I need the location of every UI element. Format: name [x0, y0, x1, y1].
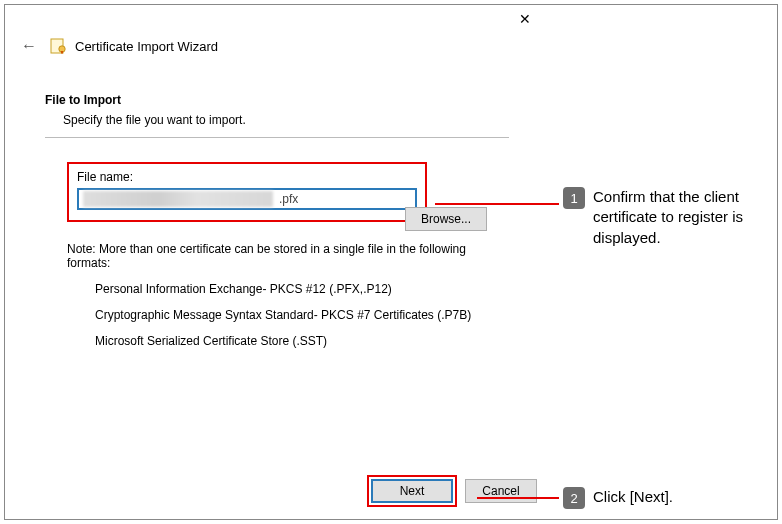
cancel-button[interactable]: Cancel: [465, 479, 537, 503]
titlebar: ✕: [5, 5, 549, 31]
button-bar: Next Cancel: [367, 475, 537, 507]
annotation-text: Confirm that the client certificate to r…: [593, 187, 773, 248]
annotation-badge: 1: [563, 187, 585, 209]
annotation-badge: 2: [563, 487, 585, 509]
close-button[interactable]: ✕: [507, 9, 543, 29]
callout-connector-line: [477, 497, 559, 499]
file-name-label: File name:: [77, 170, 417, 184]
divider: [45, 137, 509, 138]
section-heading: File to Import: [45, 93, 509, 107]
annotation-2: 2 Click [Next].: [563, 487, 773, 509]
wizard-title: Certificate Import Wizard: [75, 39, 218, 54]
close-icon: ✕: [519, 11, 531, 27]
note-item: Personal Information Exchange- PKCS #12 …: [95, 282, 509, 296]
back-arrow-icon[interactable]: ←: [17, 35, 41, 57]
callout-connector-line: [435, 203, 559, 205]
file-name-input[interactable]: [77, 188, 417, 210]
certificate-icon: [49, 37, 67, 55]
annotation-text: Click [Next].: [593, 487, 673, 507]
wizard-header: ← Certificate Import Wizard: [5, 31, 549, 67]
file-name-highlight-box: File name:: [67, 162, 427, 222]
certificate-import-wizard-dialog: ✕ ← Certificate Import Wizard File to Im…: [5, 5, 549, 519]
documentation-frame: ✕ ← Certificate Import Wizard File to Im…: [4, 4, 778, 520]
note-item: Microsoft Serialized Certificate Store (…: [95, 334, 509, 348]
note-intro: Note: More than one certificate can be s…: [67, 242, 509, 270]
note-item: Cryptographic Message Syntax Standard- P…: [95, 308, 509, 322]
annotation-1: 1 Confirm that the client certificate to…: [563, 187, 773, 248]
note-block: Note: More than one certificate can be s…: [67, 242, 509, 348]
section-subtitle: Specify the file you want to import.: [45, 113, 509, 127]
next-button[interactable]: Next: [371, 479, 453, 503]
next-button-highlight-box: Next: [367, 475, 457, 507]
browse-button[interactable]: Browse...: [405, 207, 487, 231]
